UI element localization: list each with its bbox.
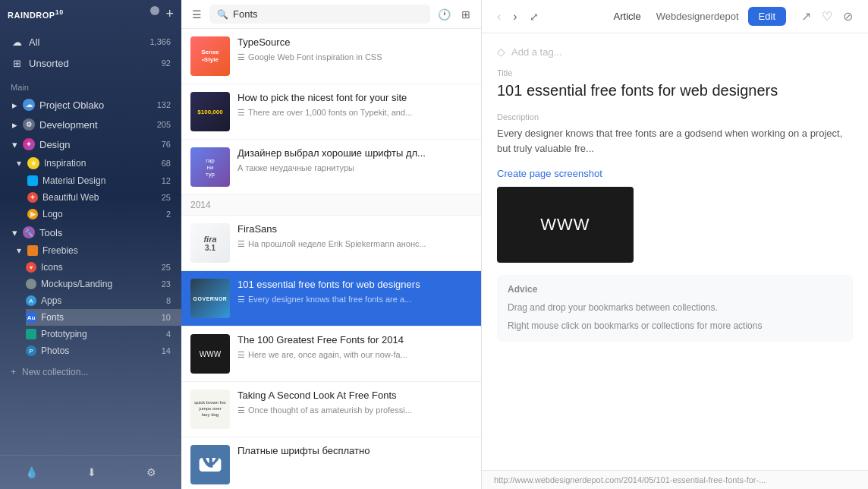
forward-button[interactable]: › [510, 7, 520, 27]
fonts-label: Fonts [41, 312, 64, 323]
sidebar-item-logo[interactable]: ▶ Logo 2 [27, 206, 181, 222]
screenshot-link[interactable]: Create page screenshot [497, 168, 602, 179]
detail-actions: ↗ ♡ ⊘ [798, 6, 856, 27]
new-collection-label: New collection... [22, 367, 88, 377]
delete-button[interactable]: ⊘ [840, 6, 856, 27]
add-collection-button[interactable]: + [165, 6, 174, 22]
photos-icon: P [26, 345, 36, 356]
sidebar-item-fonts[interactable]: Au Fonts 10 [26, 309, 181, 326]
bookmark-item-pick-nicest[interactable]: $100,000 How to pick the nicest font for… [181, 84, 481, 140]
bookmark-content-100-greatest: The 100 Greatest Free Fonts for 2014 ☰ H… [237, 334, 472, 360]
bookmark-thumb-pick-nicest: $100,000 [190, 92, 230, 131]
chevron-down-icon [15, 245, 23, 256]
bookmarks-toolbar: ☰ 🔍 🕐 ⊞ [181, 0, 481, 29]
tools-sub: Freebies ♥ Icons 25 Mockups/Landing 23 A… [0, 242, 181, 359]
sidebar-raindrop-icon[interactable]: 💧 [20, 462, 42, 483]
project-oblako-count: 132 [157, 100, 171, 109]
material-design-count: 12 [162, 176, 171, 185]
menu-icon: ☰ [192, 8, 202, 21]
sidebar-item-unsorted[interactable]: ⊞ Unsorted 92 [0, 52, 181, 74]
logo-label: Logo [42, 209, 63, 219]
sidebar-item-photos[interactable]: P Photos 14 [26, 342, 181, 359]
back-button[interactable]: ‹ [494, 7, 504, 27]
favorite-button[interactable]: ♡ [819, 6, 835, 27]
sidebar-item-material-design[interactable]: Material Design 12 [27, 172, 181, 189]
sidebar-item-icons[interactable]: ♥ Icons 25 [26, 259, 181, 276]
external-link-button[interactable]: ↗ [798, 6, 814, 27]
bookmark-item-dizainer[interactable]: гарнитур Дизайнер выбрал хорошие шрифты … [181, 140, 481, 195]
fonts-icon: Au [26, 312, 36, 323]
sidebar-item-project-oblako[interactable]: ☁ Project Oblako 132 [0, 95, 181, 115]
sidebar-item-prototyping[interactable]: Prototyping 4 [26, 326, 181, 342]
bookmark-thumb-firasans: fira 3.1 [190, 223, 230, 263]
bookmark-thumb-typesource: Sense•Style [190, 36, 230, 76]
fonts-count: 10 [162, 313, 171, 322]
heart-icon: ♡ [822, 10, 832, 23]
bookmark-desc-second-look: ☰ Once thought of as amateurish by profe… [237, 405, 472, 415]
chevron-right-icon [11, 119, 18, 131]
bookmark-thumb-101-fonts: GOVERNOR [190, 279, 230, 318]
hamburger-button[interactable]: ☰ [189, 5, 205, 24]
bookmark-title-second-look: Taking A Second Look At Free Fonts [237, 390, 472, 402]
expand-button[interactable]: ⤢ [527, 8, 542, 26]
sidebar-item-all[interactable]: ☁ All 1,366 [0, 31, 181, 52]
sidebar-item-beautiful-web[interactable]: ✦ Beautiful Web 25 [27, 189, 181, 206]
clock-button[interactable]: 🕐 [435, 5, 454, 24]
freebies-icon [27, 245, 38, 256]
bookmark-content-platnye: Платные шрифты бесплатно [237, 445, 472, 461]
inspiration-count: 68 [162, 159, 171, 168]
search-box: 🔍 [209, 5, 430, 24]
design-icon: ✦ [23, 138, 35, 150]
development-count: 205 [157, 120, 171, 129]
tag-icon: ◇ [497, 46, 505, 58]
sidebar-item-new-collection[interactable]: + New collection... [0, 362, 181, 382]
inbox-icon: ⊞ [11, 57, 23, 69]
freebies-sub: ♥ Icons 25 Mockups/Landing 23 A Apps 8 A… [15, 259, 181, 359]
bookmark-title-101-fonts: 101 essential free fonts for web designe… [237, 279, 472, 292]
bookmark-content-101-fonts: 101 essential free fonts for web designe… [237, 279, 472, 304]
tab-article[interactable]: Article [608, 8, 647, 25]
sidebar-download-button[interactable]: ⬇ [83, 462, 101, 483]
screenshot-image: WWW [497, 187, 634, 263]
external-link-icon: ↗ [801, 10, 811, 23]
sidebar-item-inspiration[interactable]: ★ Inspiration 68 [15, 154, 181, 172]
bookmark-item-100-greatest[interactable]: WWW The 100 Greatest Free Fonts for 2014… [181, 327, 481, 382]
sidebar-dot-button[interactable] [150, 6, 159, 15]
bookmark-title-pick-nicest: How to pick the nicest font for your sit… [237, 92, 472, 105]
bookmark-icon: ☰ [237, 108, 245, 118]
description-label: Description [497, 112, 853, 121]
edit-button[interactable]: Edit [748, 7, 786, 26]
year-label: 2014 [190, 200, 211, 210]
sidebar-item-mockups[interactable]: Mockups/Landing 23 [26, 276, 181, 292]
bookmark-item-second-look[interactable]: quick brown foxjumps overlazy dog Taking… [181, 382, 481, 437]
inspiration-icon: ★ [27, 157, 39, 169]
chevron-down-icon [11, 139, 18, 150]
bookmark-item-typesource[interactable]: Sense•Style TypeSource ☰ Google Web Font… [181, 29, 481, 84]
sidebar-item-development[interactable]: ⚙ Development 205 [0, 115, 181, 134]
bookmark-desc-101-fonts: ☰ Every designer knows that free fonts a… [237, 295, 472, 304]
sidebar: RAINDROP10 + ☁ All 1,366 ⊞ Unsorted 92 M… [0, 0, 181, 489]
sidebar-item-design[interactable]: ✦ Design 76 [0, 134, 181, 154]
search-icon: 🔍 [217, 9, 228, 20]
sidebar-item-apps[interactable]: A Apps 8 [26, 292, 181, 309]
advice-section: Advice Drag and drop your bookmarks betw… [497, 275, 853, 342]
detail-panel: ‹ › ⤢ Article Webdesignerdepot Edit ↗ ♡ … [482, 0, 868, 489]
material-design-icon [27, 175, 38, 186]
sidebar-settings-button[interactable]: ⚙ [142, 462, 161, 483]
mockups-icon [26, 279, 36, 289]
tab-webdesignerdepot[interactable]: Webdesignerdepot [650, 8, 745, 25]
bookmark-thumb-second-look: quick brown foxjumps overlazy dog [190, 390, 230, 429]
bookmark-item-101-fonts[interactable]: GOVERNOR 101 essential free fonts for we… [181, 271, 481, 327]
search-input[interactable] [233, 8, 423, 20]
bookmark-desc-firasans: ☰ На прошлой неделе Erik Spiekermann ано… [237, 239, 472, 249]
bookmark-item-firasans[interactable]: fira 3.1 FiraSans ☰ На прошлой неделе Er… [181, 216, 481, 271]
grid-view-button[interactable]: ⊞ [458, 5, 473, 24]
sidebar-item-freebies[interactable]: Freebies [15, 242, 181, 259]
design-sub: ★ Inspiration 68 Material Design 12 ✦ Be… [0, 154, 181, 222]
sidebar-item-tools[interactable]: 🔧 Tools [0, 222, 181, 242]
mockups-label: Mockups/Landing [41, 279, 112, 289]
bookmark-item-platnye[interactable]: Платные шрифты бесплатно [181, 437, 481, 489]
bookmark-content-pick-nicest: How to pick the nicest font for your sit… [237, 92, 472, 118]
tag-placeholder[interactable]: Add a tag... [511, 46, 562, 58]
bookmark-title-firasans: FiraSans [237, 223, 472, 236]
